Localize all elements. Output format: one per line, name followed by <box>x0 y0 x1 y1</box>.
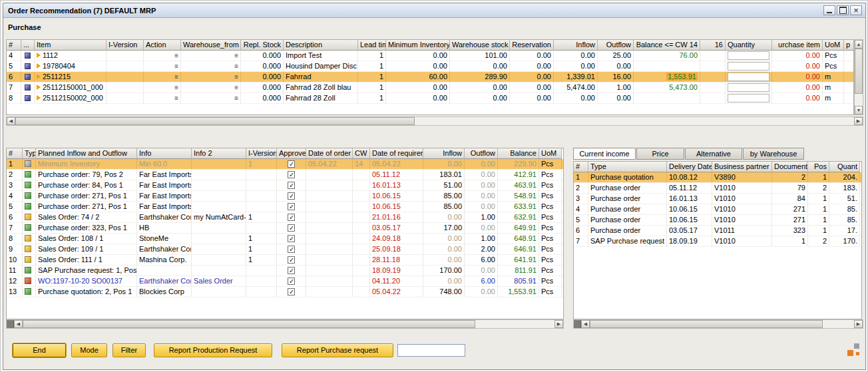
income-row[interactable]: 6Purchase order03.05.17V1011323117. <box>574 226 861 236</box>
quantity-input[interactable] <box>728 83 769 92</box>
minimize-button[interactable] <box>823 5 835 15</box>
scroll-right-icon[interactable] <box>854 117 863 125</box>
column-header-description[interactable]: Description <box>284 40 358 51</box>
warehouse-from-cell[interactable] <box>181 51 241 61</box>
column-header-item[interactable]: Item <box>35 40 107 51</box>
tab-current-income[interactable]: Current income <box>573 148 636 160</box>
approved-cell[interactable] <box>277 170 306 180</box>
approved-cell[interactable] <box>277 212 306 222</box>
column-header-num[interactable]: # <box>574 162 588 172</box>
planned-row[interactable]: 5Purchase order: 271, Pos 1Far East Impo… <box>7 202 563 212</box>
approved-cell[interactable] <box>277 244 306 254</box>
column-header-iversion[interactable]: I-Version <box>246 148 277 159</box>
choose-from-list-icon[interactable] <box>234 83 238 93</box>
planned-row[interactable]: 10Sales Order: 111 / 1Mashina Corp.128.1… <box>7 255 563 266</box>
scroll-right-icon[interactable] <box>554 320 563 328</box>
income-row[interactable]: 5Purchase order10.06.15V1010271185. <box>574 215 861 226</box>
choose-from-list-icon[interactable] <box>174 83 178 93</box>
column-header-uom[interactable]: UoM <box>823 40 844 51</box>
planned-row[interactable]: 4Purchase order: 271, Pos 1Far East Impo… <box>7 191 563 202</box>
report-production-request-button[interactable]: Report Production Request <box>154 343 272 357</box>
choose-from-list-icon[interactable] <box>234 61 238 71</box>
column-header-action[interactable]: Action <box>144 40 181 51</box>
maximize-button[interactable] <box>837 5 849 15</box>
income-row[interactable]: 2Purchase order05.11.12V1010792183. <box>574 183 861 194</box>
column-header-info2[interactable]: Info 2 <box>192 148 246 159</box>
quantity-input[interactable] <box>728 73 769 81</box>
scroll-track[interactable] <box>855 94 863 106</box>
warehouse-from-cell[interactable] <box>181 72 241 82</box>
link-arrow-icon[interactable] <box>37 53 41 58</box>
quantity-cell[interactable] <box>726 61 772 71</box>
scroll-track[interactable] <box>823 320 854 328</box>
approved-checkbox[interactable] <box>288 214 295 221</box>
column-header-quantity[interactable]: Quantity <box>726 40 772 51</box>
income-row[interactable]: 1Purchase quotation10.08.12V389021204. <box>574 172 861 183</box>
items-grid-hscrollbar[interactable] <box>6 116 863 126</box>
approved-cell[interactable] <box>277 202 306 212</box>
column-header-uom[interactable]: UoM <box>539 148 562 159</box>
approved-cell[interactable] <box>277 223 306 233</box>
choose-from-list-icon[interactable] <box>234 51 238 61</box>
action-cell[interactable] <box>144 83 181 93</box>
scroll-track[interactable] <box>415 117 854 125</box>
window-titlebar[interactable]: Order Recommendation (7) DEFAULT MRP <box>3 3 865 18</box>
action-cell[interactable] <box>144 93 181 103</box>
column-header-quantity[interactable]: Quant <box>829 162 860 172</box>
quantity-cell[interactable] <box>726 93 772 103</box>
quantity-cell[interactable] <box>726 72 772 82</box>
approved-cell[interactable] <box>277 234 306 244</box>
scroll-thumb[interactable] <box>15 117 415 125</box>
planned-row[interactable]: 3Purchase order: 84, Pos 1Far East Impor… <box>7 180 563 191</box>
column-header-num[interactable]: # <box>7 148 23 159</box>
scroll-thumb[interactable] <box>855 49 863 94</box>
approved-checkbox[interactable] <box>288 182 295 189</box>
planned-row[interactable]: 7Purchase order: 323, Pos 1HB03.05.1717.… <box>7 223 563 234</box>
column-header-balance[interactable]: Balance <box>498 148 539 159</box>
column-header-outflow[interactable]: Outflow <box>465 148 498 159</box>
scroll-down-icon[interactable] <box>855 106 863 114</box>
approved-checkbox[interactable] <box>288 160 295 168</box>
approved-checkbox[interactable] <box>288 224 295 232</box>
warehouse-from-cell[interactable] <box>181 93 241 103</box>
column-header-date-of-requirement[interactable]: Date of requirem <box>370 148 423 159</box>
approved-checkbox[interactable] <box>288 235 295 242</box>
planned-row[interactable]: 9Sales Order: 109 / 1Earthshaker Cor125.… <box>7 244 563 255</box>
item-row[interactable]: 725112150001_0000.000Fahrrad 28 Zoll bla… <box>7 83 853 93</box>
quantity-input[interactable] <box>728 94 769 102</box>
column-header-warehouse-stock[interactable]: Warehouse stock <box>450 40 510 51</box>
approved-checkbox[interactable] <box>288 288 295 295</box>
choose-from-list-icon[interactable] <box>174 93 178 103</box>
approved-checkbox[interactable] <box>288 171 295 178</box>
item-row[interactable]: 5197804040.000Housind Damper Disc M10.00… <box>7 61 853 72</box>
column-header-iversion[interactable]: I-Version <box>107 40 144 51</box>
column-header-type[interactable]: Type <box>588 162 667 172</box>
action-cell[interactable] <box>144 72 181 82</box>
end-button[interactable]: End <box>13 343 66 357</box>
tab-by-warehouse[interactable]: by Warehouse <box>743 148 804 160</box>
column-header-cw16[interactable]: 16 <box>700 40 726 51</box>
column-header-date-of-order[interactable]: Date of order <box>306 148 353 159</box>
approved-checkbox[interactable] <box>288 192 295 200</box>
resize-grip-icon[interactable] <box>847 343 860 356</box>
planned-row[interactable]: 8Sales Order: 108 / 1StoneMe124.09.180.0… <box>7 234 563 244</box>
column-header-icon[interactable]: ... <box>21 40 35 51</box>
column-header-purchase-qty[interactable]: urchase item <box>772 40 823 51</box>
income-row[interactable]: 4Purchase order10.06.15V1010271185. <box>574 204 861 215</box>
approved-checkbox[interactable] <box>288 246 295 253</box>
scroll-left-icon[interactable] <box>581 320 590 328</box>
link-arrow-icon[interactable] <box>37 74 41 79</box>
column-header-info[interactable]: Info <box>137 148 192 159</box>
filter-button[interactable]: Filter <box>112 343 146 357</box>
scroll-thumb[interactable] <box>590 320 823 328</box>
column-header-document[interactable]: Document <box>772 162 808 172</box>
income-grid-hscrollbar[interactable] <box>573 319 863 329</box>
grid-splitter[interactable] <box>7 320 14 328</box>
column-header-inflow[interactable]: Inflow <box>554 40 598 51</box>
quantity-input[interactable] <box>728 62 769 71</box>
approved-cell[interactable] <box>277 255 306 265</box>
planned-row[interactable]: 11SAP Purchase request: 1, Pos 218.09.19… <box>7 266 563 276</box>
action-cell[interactable] <box>144 61 181 71</box>
approved-cell[interactable] <box>277 191 306 201</box>
planned-row[interactable]: 13Purchase quotation: 2, Pos 1Blockies C… <box>7 287 563 297</box>
